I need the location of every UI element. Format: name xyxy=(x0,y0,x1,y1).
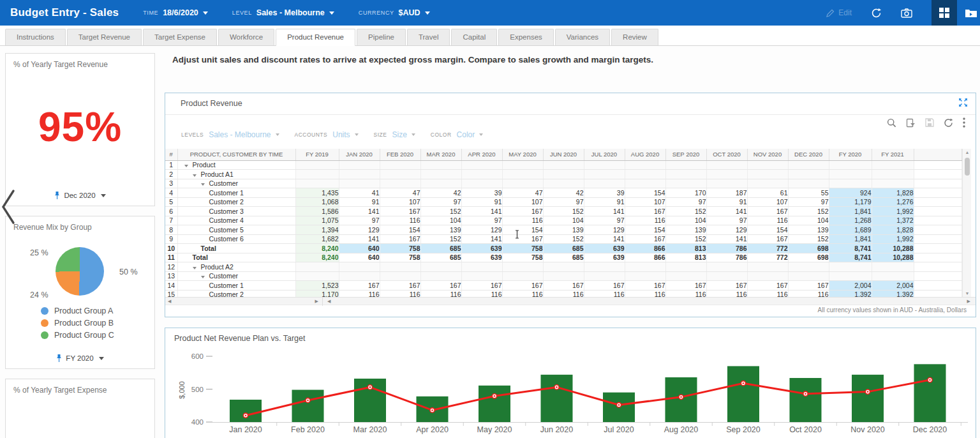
column-header[interactable]: JUL 2020 xyxy=(584,149,625,160)
grid-cell[interactable] xyxy=(625,170,665,179)
grid-cell[interactable] xyxy=(706,179,747,188)
grid-cell[interactable]: 91 xyxy=(584,197,625,207)
grid-cell[interactable] xyxy=(747,271,788,281)
grid-cell[interactable]: 116 xyxy=(625,290,665,297)
tab-expenses[interactable]: Expenses xyxy=(498,29,554,45)
grid-cell[interactable] xyxy=(706,262,747,272)
grid-cell[interactable]: 141 xyxy=(339,207,380,216)
grid-cell[interactable]: 104 xyxy=(665,216,706,225)
row-label[interactable]: Customer 3 xyxy=(177,207,295,216)
grid-cell[interactable] xyxy=(339,262,380,272)
grid-cell[interactable]: 786 xyxy=(706,244,747,253)
column-header[interactable]: FEB 2020 xyxy=(380,149,420,160)
collapse-caret-icon[interactable] xyxy=(201,183,205,186)
grid-cell[interactable] xyxy=(872,179,914,188)
grid-cell[interactable] xyxy=(543,179,584,188)
grid-cell[interactable]: 698 xyxy=(788,244,829,253)
grid-cell[interactable]: 116 xyxy=(788,290,829,297)
tab-review[interactable]: Review xyxy=(611,29,658,45)
grid-cell[interactable]: 813 xyxy=(665,253,706,262)
grid-cell[interactable]: 2,004 xyxy=(872,281,914,291)
grid-cell[interactable]: 141 xyxy=(461,207,502,216)
grid-cell[interactable]: 152 xyxy=(788,234,829,244)
vertical-scrollbar[interactable]: ▲ ▼ xyxy=(962,149,971,297)
grid-cell[interactable]: 97 xyxy=(584,216,625,225)
grid-cell[interactable] xyxy=(543,160,584,170)
grid-cell[interactable]: 167 xyxy=(665,281,706,291)
tab-instructions[interactable]: Instructions xyxy=(5,29,66,45)
grid-cell[interactable]: 1,828 xyxy=(872,188,914,198)
scroll-right-arrow[interactable]: ▶ xyxy=(967,299,970,304)
grid-cell[interactable] xyxy=(380,262,420,272)
grid-cell[interactable]: 639 xyxy=(584,253,625,262)
grid-cell[interactable]: 1,841 xyxy=(829,234,872,244)
grid-cell[interactable]: 141 xyxy=(584,207,625,216)
tab-pipeline[interactable]: Pipeline xyxy=(357,29,406,45)
grid-cell[interactable]: 97 xyxy=(665,197,706,207)
grid-cell[interactable]: 1,841 xyxy=(829,207,872,216)
tab-target-expense[interactable]: Target Expense xyxy=(143,29,217,45)
grid-cell[interactable]: 698 xyxy=(788,253,829,262)
currency-dropdown[interactable]: CURRENCY $AUD xyxy=(359,8,430,17)
grid-cell[interactable]: 104 xyxy=(420,216,461,225)
sidebar-collapse-chevron-icon[interactable] xyxy=(0,189,17,225)
grid-cell[interactable]: 61 xyxy=(747,188,788,198)
scroll-right-arrow[interactable]: ▶ xyxy=(315,299,318,304)
grid-cell[interactable]: 1,992 xyxy=(872,234,914,244)
grid-cell[interactable]: 772 xyxy=(747,253,788,262)
levels-dropdown[interactable]: LEVELS Sales - Melbourne xyxy=(181,130,279,139)
grid-cell[interactable]: 141 xyxy=(706,234,747,244)
grid-cell[interactable]: 772 xyxy=(747,244,788,253)
grid-cell[interactable]: 41 xyxy=(339,188,380,198)
grid-cell[interactable] xyxy=(584,271,625,281)
save-icon[interactable] xyxy=(925,118,934,127)
grid-cell[interactable] xyxy=(706,170,747,179)
grid-cell[interactable]: 1,372 xyxy=(872,216,914,225)
tab-variances[interactable]: Variances xyxy=(555,29,610,45)
grid-cell[interactable] xyxy=(461,170,502,179)
grid-cell[interactable]: 129 xyxy=(584,225,625,235)
grid-cell[interactable]: 42 xyxy=(543,188,584,198)
grid-cell[interactable] xyxy=(461,262,502,272)
color-dropdown[interactable]: COLOR Color xyxy=(431,130,483,139)
grid-cell[interactable]: 91 xyxy=(706,197,747,207)
grid-cell[interactable] xyxy=(829,160,872,170)
grid-cell[interactable] xyxy=(584,179,625,188)
scroll-down-arrow[interactable]: ▼ xyxy=(963,291,972,296)
grid-cell[interactable] xyxy=(543,271,584,281)
grid-cell[interactable]: 47 xyxy=(380,188,420,198)
grid-cell[interactable]: 141 xyxy=(706,207,747,216)
row-label[interactable]: Customer xyxy=(177,271,295,281)
grid-cell[interactable]: 154 xyxy=(625,188,665,198)
grid-cell[interactable]: 866 xyxy=(625,244,665,253)
grid-cell[interactable]: 152 xyxy=(665,207,706,216)
frozen-pane-scrollbar[interactable]: ◀ ▶ xyxy=(165,298,323,306)
grid-cell[interactable] xyxy=(339,179,380,188)
grid-cell[interactable]: 639 xyxy=(461,244,502,253)
filter-export-icon[interactable] xyxy=(906,118,916,128)
grid-cell[interactable]: 10,288 xyxy=(872,253,914,262)
grid-cell[interactable]: 152 xyxy=(788,207,829,216)
time-dropdown[interactable]: TIME 18/6/2020 xyxy=(143,8,208,17)
scroll-left-arrow[interactable]: ◀ xyxy=(168,299,171,304)
row-label[interactable]: Total xyxy=(177,253,295,262)
grid-cell[interactable] xyxy=(747,262,788,272)
grid-cell[interactable] xyxy=(295,262,339,272)
grid-cell[interactable]: 152 xyxy=(420,234,461,244)
grid-cell[interactable]: 8,741 xyxy=(829,253,872,262)
grid-cell[interactable] xyxy=(829,179,872,188)
grid-cell[interactable] xyxy=(295,170,339,179)
grid-cell[interactable]: 8,741 xyxy=(829,244,872,253)
grid-cell[interactable]: 167 xyxy=(625,281,665,291)
grid-cell[interactable]: 141 xyxy=(461,234,502,244)
row-label[interactable]: Customer 2 xyxy=(177,197,295,207)
row-label[interactable]: Customer 4 xyxy=(177,216,295,225)
grid-cell[interactable]: 1,392 xyxy=(872,290,914,297)
grid-cell[interactable] xyxy=(502,170,543,179)
refresh-icon[interactable] xyxy=(871,8,882,19)
level-dropdown[interactable]: LEVEL Sales - Melbourne xyxy=(232,8,334,17)
grid-cell[interactable]: 1,435 xyxy=(295,188,339,198)
column-header[interactable]: PRODUCT, CUSTOMER BY TIME xyxy=(177,149,295,160)
grid-cell[interactable]: 167 xyxy=(625,234,665,244)
grid-cell[interactable] xyxy=(339,170,380,179)
